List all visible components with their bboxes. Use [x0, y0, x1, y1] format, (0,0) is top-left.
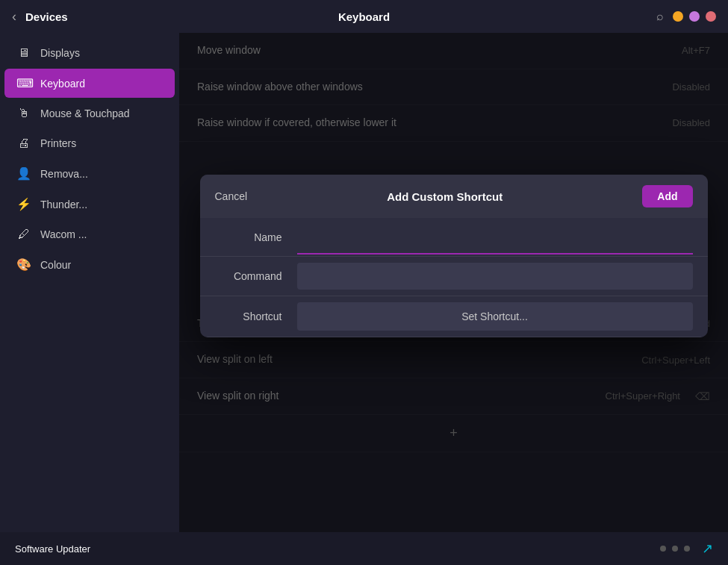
- sidebar-item-label: Printers: [40, 137, 76, 149]
- bottombar: Software Updater ↗: [0, 532, 728, 565]
- sidebar-item-thunderbolt[interactable]: ⚡ Thunder...: [4, 190, 175, 219]
- command-label: Command: [215, 270, 297, 282]
- sidebar-item-label: Colour: [40, 259, 71, 271]
- thunderbolt-icon: ⚡: [16, 197, 31, 211]
- add-button[interactable]: Add: [642, 185, 692, 207]
- arrow-icon[interactable]: ↗: [702, 540, 713, 557]
- shortcut-label: Shortcut: [215, 310, 297, 322]
- name-label: Name: [215, 231, 297, 243]
- set-shortcut-button[interactable]: Set Shortcut...: [297, 302, 693, 331]
- command-field: Command: [200, 257, 708, 296]
- content-area: Move window Alt+F7 Raise window above ot…: [179, 33, 728, 532]
- modal-overlay: Cancel Add Custom Shortcut Add Name: [179, 33, 728, 532]
- main-layout: 🖥 Displays ⌨ Keyboard 🖱 Mouse & Touchpad…: [0, 33, 728, 532]
- dialog-title: Add Custom Shortcut: [387, 190, 503, 203]
- dot-yellow: [673, 11, 683, 22]
- add-shortcut-dialog: Cancel Add Custom Shortcut Add Name: [200, 175, 708, 337]
- sidebar-item-label: Keyboard: [40, 78, 85, 90]
- page-dot-2: [672, 546, 678, 552]
- sidebar-item-label: Mouse & Touchpad: [40, 107, 130, 119]
- mouse-icon: 🖱: [16, 107, 31, 120]
- sidebar-item-label: Displays: [40, 47, 80, 59]
- sidebar-item-label: Thunder...: [40, 199, 87, 210]
- name-input[interactable]: [297, 220, 693, 253]
- dialog-body: Name Command Shortcut Set Shortcut...: [200, 218, 708, 337]
- page-dot-3: [684, 546, 690, 552]
- shortcut-field: Shortcut Set Shortcut...: [200, 296, 708, 337]
- bottombar-title: Software Updater: [15, 543, 90, 555]
- name-field: Name: [200, 218, 708, 257]
- sidebar-item-wacom[interactable]: 🖊 Wacom ...: [4, 220, 175, 249]
- wacom-icon: 🖊: [16, 228, 31, 241]
- dot-pink: [689, 11, 700, 22]
- page-dot-1: [660, 546, 666, 552]
- sidebar: 🖥 Displays ⌨ Keyboard 🖱 Mouse & Touchpad…: [0, 33, 179, 532]
- bottombar-right: ↗: [660, 540, 713, 557]
- dialog-header: Cancel Add Custom Shortcut Add: [200, 175, 708, 218]
- titlebar: ‹ Devices Keyboard ⌕: [0, 0, 728, 33]
- displays-icon: 🖥: [16, 46, 31, 60]
- sidebar-item-label: Wacom ...: [40, 228, 87, 240]
- sidebar-item-displays[interactable]: 🖥 Displays: [4, 39, 175, 67]
- sidebar-item-mouse[interactable]: 🖱 Mouse & Touchpad: [4, 99, 175, 128]
- sidebar-item-colour[interactable]: 🎨 Colour: [4, 250, 175, 279]
- sidebar-item-label: Remova...: [40, 168, 88, 180]
- cancel-button[interactable]: Cancel: [215, 190, 248, 202]
- sidebar-item-removable[interactable]: 👤 Remova...: [4, 159, 175, 188]
- back-button[interactable]: ‹: [12, 9, 16, 25]
- colour-icon: 🎨: [16, 257, 31, 272]
- section-title: Devices: [25, 10, 68, 23]
- command-input[interactable]: [297, 263, 693, 290]
- dot-red: [706, 11, 716, 22]
- page-title: Keyboard: [338, 10, 390, 23]
- search-icon[interactable]: ⌕: [656, 10, 664, 23]
- removable-icon: 👤: [16, 166, 31, 181]
- sidebar-item-keyboard[interactable]: ⌨ Keyboard: [4, 69, 175, 98]
- keyboard-icon: ⌨: [16, 76, 31, 90]
- printers-icon: 🖨: [16, 137, 31, 150]
- sidebar-item-printers[interactable]: 🖨 Printers: [4, 129, 175, 157]
